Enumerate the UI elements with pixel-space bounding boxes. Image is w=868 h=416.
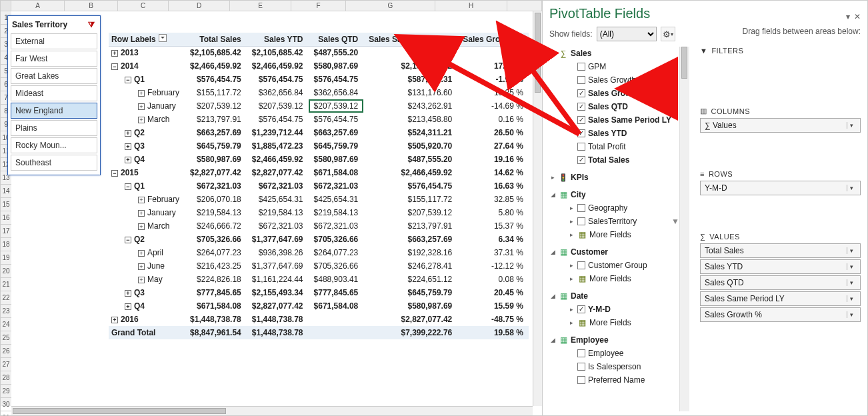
pivot-cell[interactable]: 37.31 % bbox=[457, 246, 529, 259]
area-item[interactable]: ∑ Values▾ bbox=[700, 118, 861, 133]
pivot-cell[interactable] bbox=[363, 46, 457, 59]
slicer-item[interactable]: Mideast bbox=[11, 85, 97, 101]
pivot-cell[interactable]: $645,759.79 bbox=[309, 139, 364, 153]
slicer-sales-territory[interactable]: Sales Territory ⧩ ExternalFar WestGreat … bbox=[7, 15, 101, 175]
show-fields-select[interactable]: (All) bbox=[597, 27, 657, 41]
field-item[interactable]: ▸▦More Fields bbox=[549, 272, 679, 285]
field-list-scrollbar[interactable] bbox=[679, 47, 689, 411]
pivot-row[interactable]: +March$246,666.72$672,321.03$672,321.03$… bbox=[109, 219, 529, 233]
expand-icon[interactable]: + bbox=[138, 90, 145, 97]
pivot-row[interactable]: +February$155,117.72$362,656.84$362,656.… bbox=[109, 86, 529, 99]
expand-icon[interactable]: + bbox=[138, 223, 145, 230]
values-area[interactable]: ∑VALUES Total Sales▾Sales YTD▾Sales QTD▾… bbox=[700, 233, 861, 323]
checkbox[interactable] bbox=[577, 204, 585, 212]
caret-right-icon[interactable]: ▸ bbox=[568, 275, 575, 282]
pivot-cell[interactable]: $672,321.03 bbox=[247, 219, 309, 233]
pivot-cell[interactable]: $663,257.69 bbox=[185, 126, 247, 139]
pivot-cell[interactable]: 19.16 % bbox=[457, 153, 529, 166]
pivot-cell[interactable]: $1,239,712.44 bbox=[247, 126, 309, 139]
pivot-cell[interactable]: $2,105,685.42 bbox=[185, 46, 247, 59]
caret-right-icon[interactable]: ▸ bbox=[568, 319, 575, 326]
pivot-row[interactable]: +Q3$645,759.79$1,885,472.23$645,759.79$5… bbox=[109, 139, 529, 153]
pivot-cell[interactable] bbox=[457, 46, 529, 59]
pivot-row[interactable]: +April$264,077.23$936,398.26$264,077.23$… bbox=[109, 246, 529, 259]
pane-menu-icon[interactable]: ▾ bbox=[846, 12, 850, 21]
field-group-employee[interactable]: ◢▦Employee bbox=[549, 333, 679, 347]
expand-icon[interactable]: + bbox=[138, 117, 145, 123]
expand-icon[interactable]: + bbox=[138, 197, 145, 203]
pivot-cell[interactable]: $246,666.72 bbox=[185, 219, 247, 233]
pivot-cell[interactable]: $1,377,647.69 bbox=[247, 233, 309, 246]
field-item[interactable]: ▸Y-M-D bbox=[549, 303, 679, 316]
pivot-cell[interactable]: $672,321.03 bbox=[309, 179, 364, 193]
pivot-cell[interactable]: $213,797.91 bbox=[185, 113, 247, 126]
checkbox[interactable] bbox=[577, 305, 585, 313]
caret-down-icon[interactable]: ◢ bbox=[549, 249, 556, 255]
pivot-cell[interactable]: 0.16 % bbox=[457, 113, 529, 126]
horizontal-scrollbar[interactable] bbox=[11, 406, 533, 415]
pivot-cell[interactable]: $2,466,459.92 bbox=[363, 166, 457, 179]
slicer-item[interactable]: Far West bbox=[11, 51, 97, 67]
pivot-cell[interactable]: 15.59 % bbox=[457, 299, 529, 313]
pivot-cell[interactable]: $672,321.03 bbox=[309, 219, 364, 233]
expand-icon[interactable]: + bbox=[125, 290, 131, 297]
pivot-cell[interactable]: $671,584.08 bbox=[309, 166, 364, 179]
checkbox[interactable] bbox=[577, 116, 585, 124]
pivot-cell[interactable]: $131,176.60 bbox=[363, 86, 457, 99]
expand-icon[interactable]: + bbox=[111, 317, 118, 323]
caret-right-icon[interactable]: ▸ bbox=[568, 231, 575, 238]
pivot-cell[interactable]: $213,458.80 bbox=[363, 113, 457, 126]
pivot-cell[interactable]: $777,845.65 bbox=[185, 286, 247, 299]
checkbox[interactable] bbox=[577, 349, 585, 357]
pivot-cell[interactable]: $1,448,738.78 bbox=[185, 313, 247, 326]
pivot-cell[interactable]: $576,454.75 bbox=[247, 73, 309, 86]
pivot-cell[interactable]: $224,651.12 bbox=[363, 273, 457, 286]
pivot-cell[interactable]: $488,903.41 bbox=[309, 273, 364, 286]
expand-icon[interactable]: + bbox=[125, 143, 131, 150]
field-item[interactable]: Sales Growth % bbox=[549, 87, 679, 100]
checkbox[interactable] bbox=[577, 103, 585, 111]
pivot-cell[interactable]: $2,827,077.42 bbox=[185, 166, 247, 179]
pivot-cell[interactable]: $219,584.13 bbox=[185, 206, 247, 219]
pivot-cell[interactable]: 32.85 % bbox=[457, 193, 529, 206]
collapse-icon[interactable]: − bbox=[125, 183, 131, 190]
pivot-cell[interactable]: $705,326.66 bbox=[185, 233, 247, 246]
checkbox[interactable] bbox=[577, 217, 585, 225]
caret-down-icon[interactable]: ◢ bbox=[549, 50, 556, 57]
pivot-cell[interactable]: -48.75 % bbox=[457, 313, 529, 326]
field-item[interactable]: Total Sales bbox=[549, 153, 679, 167]
pivot-cell[interactable]: $576,454.75 bbox=[309, 73, 364, 86]
slicer-item[interactable]: Rocky Moun... bbox=[11, 137, 97, 153]
vertical-scrollbar[interactable] bbox=[533, 11, 542, 406]
checkbox[interactable] bbox=[577, 261, 585, 269]
worksheet[interactable]: A B C D E F G H 123456789101112131415161… bbox=[1, 1, 542, 415]
field-item[interactable]: ▸▦More Fields bbox=[549, 228, 679, 241]
field-group-kpis[interactable]: ▸KPIs bbox=[549, 171, 679, 184]
area-item[interactable]: Sales Growth %▾ bbox=[700, 307, 861, 322]
pivot-cell[interactable]: $243,262.91 bbox=[363, 99, 457, 113]
clear-filter-icon[interactable]: ⧩ bbox=[88, 20, 95, 29]
field-item[interactable]: Preferred Name bbox=[549, 373, 679, 387]
checkbox[interactable] bbox=[577, 76, 585, 84]
expand-icon[interactable]: + bbox=[111, 50, 118, 57]
pivot-cell[interactable]: $2,827,077.42 bbox=[247, 299, 309, 313]
pivot-cell[interactable]: $219,584.13 bbox=[309, 206, 364, 219]
field-item[interactable]: Employee bbox=[549, 347, 679, 360]
caret-down-icon[interactable]: ◢ bbox=[549, 293, 556, 299]
pivot-cell[interactable]: $672,321.03 bbox=[247, 179, 309, 193]
checkbox[interactable] bbox=[577, 156, 585, 164]
columns-area[interactable]: ▥COLUMNS ∑ Values▾ bbox=[700, 107, 861, 161]
field-group-sales[interactable]: ◢∑Sales bbox=[549, 47, 679, 60]
pivot-cell[interactable]: $2,466,459.92 bbox=[185, 59, 247, 73]
slicer-item[interactable]: New England bbox=[11, 103, 97, 119]
field-item[interactable]: GPM bbox=[549, 60, 679, 73]
pivot-cell[interactable]: $505,920.70 bbox=[363, 139, 457, 153]
pivot-cell[interactable]: $264,077.23 bbox=[309, 246, 364, 259]
row-labels-dropdown[interactable] bbox=[159, 34, 167, 42]
area-item-dropdown[interactable]: ▾ bbox=[847, 247, 856, 254]
pivot-cell[interactable]: $246,278.41 bbox=[363, 259, 457, 273]
pivot-cell[interactable]: $207,539.12 bbox=[185, 99, 247, 113]
pivot-cell[interactable]: $2,105,685.42 bbox=[363, 59, 457, 73]
filters-area[interactable]: ▼FILTERS bbox=[700, 47, 861, 97]
field-item[interactable]: Is Salesperson bbox=[549, 360, 679, 373]
